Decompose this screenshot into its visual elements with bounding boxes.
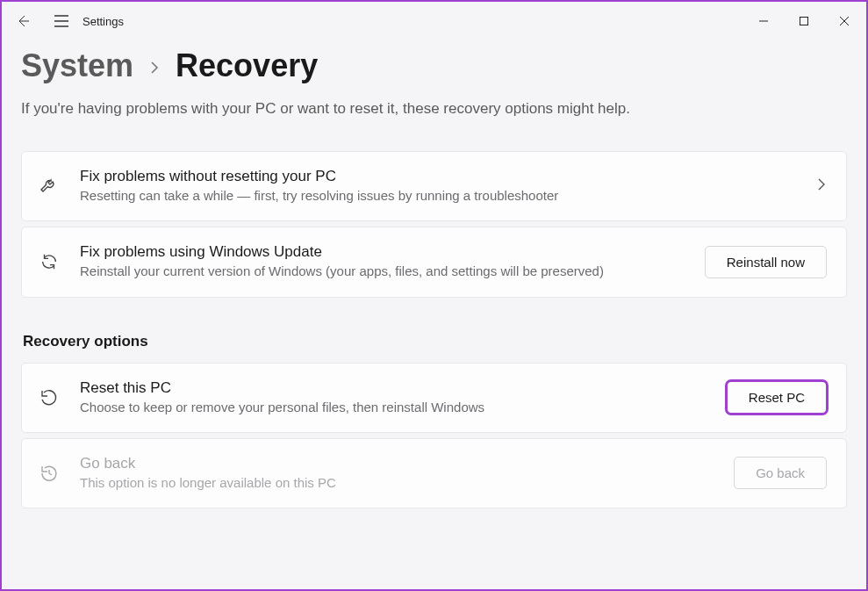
close-button[interactable] bbox=[824, 7, 864, 35]
back-button[interactable] bbox=[4, 4, 42, 39]
windows-update-fix-item: Fix problems using Windows Update Reinst… bbox=[21, 227, 847, 297]
breadcrumb: System Recovery bbox=[21, 47, 847, 84]
reset-pc-desc: Choose to keep or remove your personal f… bbox=[80, 399, 707, 416]
reset-pc-button[interactable]: Reset PC bbox=[727, 381, 827, 414]
minimize-button[interactable] bbox=[743, 7, 784, 35]
go-back-item: Go back This option is no longer availab… bbox=[21, 438, 847, 508]
recovery-options-heading: Recovery options bbox=[23, 333, 847, 350]
go-back-title: Go back bbox=[80, 455, 714, 472]
maximize-button[interactable] bbox=[784, 7, 824, 35]
breadcrumb-current: Recovery bbox=[176, 47, 318, 84]
history-icon bbox=[38, 462, 61, 485]
fix-problems-desc: Resetting can take a while — first, try … bbox=[80, 187, 797, 205]
title-bar: Settings bbox=[2, 2, 866, 40]
menu-button[interactable] bbox=[42, 4, 81, 39]
chevron-right-icon bbox=[149, 61, 160, 78]
sync-icon bbox=[38, 250, 61, 273]
go-back-button: Go back bbox=[734, 457, 827, 489]
app-title: Settings bbox=[82, 15, 124, 28]
reset-icon bbox=[38, 386, 61, 409]
chevron-right-icon bbox=[816, 177, 827, 195]
page-description: If you're having problems with your PC o… bbox=[21, 100, 847, 118]
fix-problems-item[interactable]: Fix problems without resetting your PC R… bbox=[21, 151, 847, 221]
go-back-desc: This option is no longer available on th… bbox=[80, 474, 714, 492]
wrench-icon bbox=[38, 175, 61, 198]
reset-pc-item: Reset this PC Choose to keep or remove y… bbox=[21, 363, 847, 433]
windows-update-fix-title: Fix problems using Windows Update bbox=[80, 243, 685, 261]
reinstall-now-button[interactable]: Reinstall now bbox=[705, 246, 827, 278]
breadcrumb-parent[interactable]: System bbox=[21, 47, 133, 84]
reset-pc-title: Reset this PC bbox=[80, 379, 707, 397]
windows-update-fix-desc: Reinstall your current version of Window… bbox=[80, 263, 685, 280]
svg-rect-0 bbox=[800, 18, 808, 25]
fix-problems-title: Fix problems without resetting your PC bbox=[80, 168, 797, 185]
